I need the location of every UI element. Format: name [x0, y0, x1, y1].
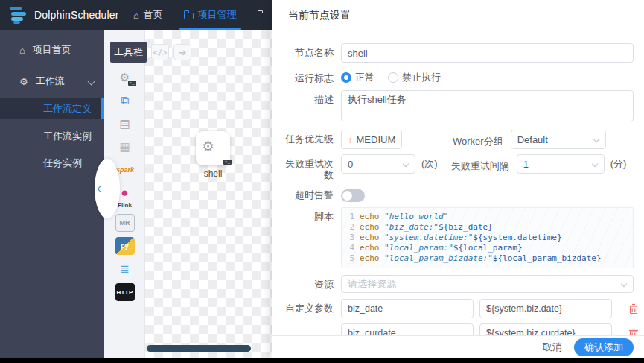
bottom-strip — [0, 358, 644, 363]
code-icon: </> — [153, 48, 168, 57]
param-key-input[interactable] — [341, 299, 474, 318]
delete-param-button[interactable] — [628, 302, 640, 315]
nav-item-project-management[interactable]: 项目管理 — [173, 0, 247, 30]
view-code-button[interactable]: </> — [151, 44, 169, 60]
node-name-label: 节点名称 — [278, 43, 334, 58]
retry-times-unit: (次) — [421, 157, 438, 171]
radio-label: 正常 — [355, 71, 374, 84]
sql-task-icon: ▦ — [115, 138, 135, 156]
nav-item-home[interactable]: ⌂首页 — [123, 0, 173, 30]
description-label: 描述 — [278, 90, 334, 105]
chevron-down-icon — [591, 161, 597, 167]
trash-icon — [628, 328, 639, 336]
tool-http[interactable]: HTTP — [112, 283, 138, 301]
description-textarea[interactable]: 执行shell任务 — [341, 90, 634, 121]
go-button[interactable]: ➔ — [173, 44, 191, 60]
sidebar-subitem-workflow-instance[interactable]: 工作流实例 — [0, 127, 104, 146]
sidebar-subitem-task-instance[interactable]: 任务实例 — [0, 154, 104, 173]
confirm-add-button[interactable]: 确认添加 — [574, 338, 634, 356]
python-task-icon: py — [115, 237, 135, 255]
http-task-icon: HTTP — [115, 283, 135, 301]
code-token: echo — [360, 233, 380, 242]
timeout-alarm-label: 超时告警 — [278, 187, 334, 201]
run-flag-normal-radio[interactable]: 正常 — [341, 71, 374, 84]
param-value-input[interactable] — [479, 323, 612, 335]
tool-sql[interactable]: ▦ — [112, 138, 138, 156]
left-sidebar: ⌂ 项目首页 ⚙ 工作流 工作流定义工作流实例任务实例 — [0, 30, 104, 358]
home-icon: ⌂ — [19, 45, 25, 55]
tool-sub-process[interactable]: ⧉ — [112, 92, 138, 110]
subitem-label: 工作流实例 — [43, 130, 92, 143]
drawer-title: 当前节点设置 — [272, 0, 644, 31]
delete-param-button[interactable] — [628, 326, 640, 335]
line-number: 1 — [342, 212, 360, 222]
tool-mr[interactable]: MR — [112, 214, 138, 232]
retry-interval-label: 失败重试间隔 — [451, 156, 509, 173]
canvas-horizontal-scrollbar[interactable] — [147, 345, 251, 352]
param-value-input[interactable] — [479, 299, 612, 318]
tool-python[interactable]: py — [112, 237, 138, 255]
radio-label: 禁止执行 — [402, 71, 441, 84]
subitem-label: 任务实例 — [43, 157, 82, 170]
line-content: echo "local_param_bizdate:"${local_param… — [360, 253, 602, 264]
run-flag-prohibit-radio[interactable]: 禁止执行 — [388, 71, 441, 84]
code-token: "hello world" — [380, 212, 449, 221]
chevron-down-icon — [88, 78, 95, 85]
tool-dependent[interactable]: ≣ — [112, 260, 138, 278]
drawer-collapse-handle[interactable] — [95, 159, 120, 218]
radio-icon — [388, 72, 398, 83]
shell-task-icon: ⚙ — [115, 69, 135, 86]
workflow-submenu: 工作流定义工作流实例任务实例 — [0, 98, 104, 173]
nav-item-label: 项目管理 — [198, 8, 237, 22]
retry-times-value: 0 — [348, 159, 365, 170]
procedure-task-icon: ▤ — [115, 115, 135, 133]
tool-label: Flink — [118, 203, 132, 209]
line-number: 3 — [342, 233, 360, 243]
dolphinscheduler-logo-icon — [9, 5, 28, 25]
sidebar-item-project-home[interactable]: ⌂ 项目首页 — [0, 39, 104, 61]
dag-node-shell[interactable]: ⚙ — [196, 131, 230, 165]
app-window: DolphinScheduler ⌂首页项目管理资源 ⌂ 项目首页 ⚙ 工作流 … — [0, 0, 644, 363]
priority-select[interactable]: ↑MEDIUM — [341, 130, 402, 149]
custom-params-label: 自定义参数 — [278, 299, 334, 314]
worker-group-select[interactable]: Default — [511, 130, 606, 149]
cancel-button[interactable]: 取消 — [543, 341, 562, 354]
node-name-input[interactable] — [341, 43, 634, 63]
drawer-body: 节点名称 运行标志 正常 禁止执行 描述 执行sh — [272, 31, 644, 335]
code-token: "local_param:" — [380, 243, 453, 253]
code-token: ${local_param} — [453, 243, 523, 253]
tool-shell[interactable]: ⚙ — [112, 69, 138, 86]
code-token: "system.datetime:" — [380, 233, 474, 242]
drawer-footer: 取消 确认添加 — [272, 335, 644, 358]
shell-task-icon: ⚙ — [202, 138, 224, 159]
chevron-down-icon — [621, 281, 627, 287]
trash-icon — [628, 303, 639, 315]
script-line: 1echo "hello world" — [342, 212, 633, 222]
brand[interactable]: DolphinScheduler — [0, 5, 123, 25]
timeout-alarm-toggle[interactable] — [341, 189, 365, 202]
tool-procedure[interactable]: ▤ — [112, 115, 138, 133]
resources-select[interactable]: 请选择资源 — [341, 275, 634, 293]
line-content: echo "system.datetime:"${system.datetime… — [360, 233, 562, 243]
priority-label: 任务优先级 — [278, 130, 334, 145]
dependent-task-icon: ≣ — [115, 260, 135, 278]
line-number: 4 — [342, 243, 360, 253]
script-code-editor[interactable]: 1echo "hello world"2echo "biz_date:"${bi… — [341, 207, 634, 268]
code-token: echo — [360, 222, 380, 232]
canvas-toolbar: </> ➔ — [151, 44, 191, 60]
radio-icon — [341, 72, 351, 83]
param-key-input[interactable] — [341, 323, 474, 335]
subitem-label: 工作流定义 — [43, 102, 92, 116]
sidebar-subitem-workflow-definition[interactable]: 工作流定义 — [0, 98, 104, 119]
sidebar-item-workflow[interactable]: ⚙ 工作流 — [0, 70, 104, 92]
nav-item-label: 首页 — [144, 8, 163, 22]
script-line: 3echo "system.datetime:"${system.datetim… — [342, 233, 633, 243]
custom-param-row — [341, 323, 640, 335]
retry-interval-select[interactable]: 1 — [517, 154, 605, 174]
retry-times-select[interactable]: 0 — [341, 154, 415, 174]
custom-params-list — [341, 299, 640, 335]
run-flag-label: 运行标志 — [278, 71, 334, 83]
gear-icon: ⚙ — [19, 77, 28, 86]
chevron-down-icon — [593, 136, 599, 142]
worker-group-value: Default — [517, 134, 560, 145]
